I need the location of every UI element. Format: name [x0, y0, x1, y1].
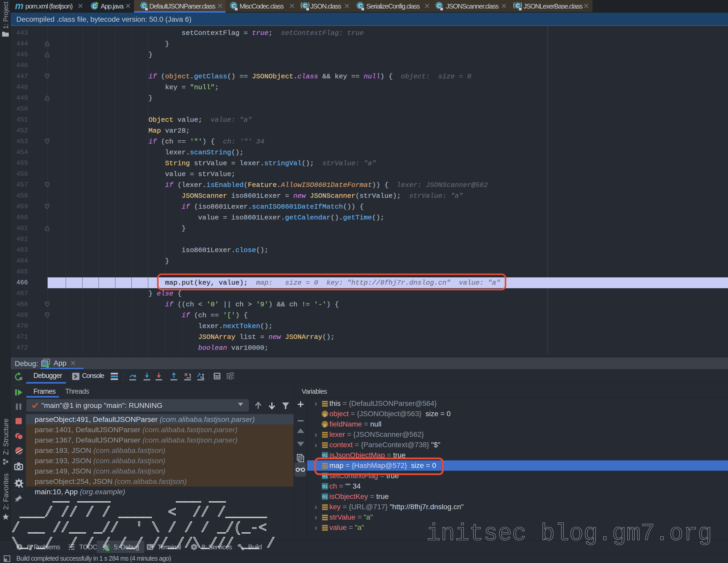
svg-text:01: 01	[322, 484, 328, 489]
svg-text:01: 01	[322, 494, 328, 499]
svg-text:p: p	[323, 422, 326, 428]
svg-text:p: p	[323, 412, 326, 418]
